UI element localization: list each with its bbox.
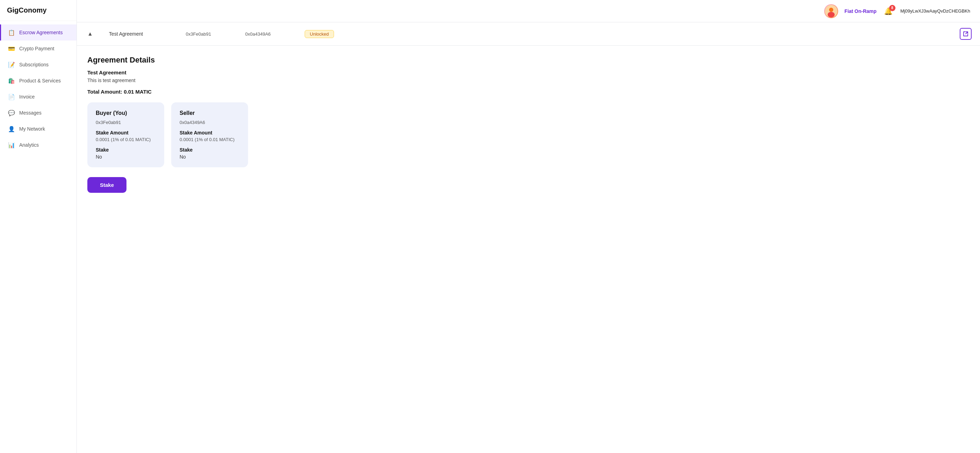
- main-area: Fiat On-Ramp 🔔 8 Mj09yLwXJ3wAayQvDzCHEGB…: [77, 0, 980, 453]
- sidebar-label-escrow: Escrow Agreements: [19, 30, 63, 35]
- sidebar-item-invoice[interactable]: 📄 Invoice: [0, 89, 76, 105]
- sidebar-item-messages[interactable]: 💬 Messages: [0, 105, 76, 121]
- agreement-row-addr2: 0x0a4349A6: [245, 32, 291, 37]
- seller-stake-label: Stake: [180, 147, 240, 153]
- stake-button[interactable]: Stake: [88, 177, 126, 193]
- app-logo: GigConomy: [0, 0, 76, 21]
- sidebar-item-escrow[interactable]: 📋 Escrow Agreements: [0, 24, 76, 41]
- total-amount: Total Amount: 0.01 MATIC: [88, 89, 969, 95]
- sidebar-item-analytics[interactable]: 📊 Analytics: [0, 137, 76, 153]
- party-cards: Buyer (You) 0x3Fe0ab91 Stake Amount 0.00…: [88, 102, 969, 167]
- sidebar-item-network[interactable]: 👤 My Network: [0, 121, 76, 137]
- sidebar-label-network: My Network: [19, 126, 45, 132]
- agreement-details: Agreement Details Test Agreement This is…: [77, 46, 980, 203]
- agreement-row-name: Test Agreement: [109, 31, 172, 37]
- buyer-stake-value: No: [96, 154, 156, 160]
- svg-point-1: [829, 8, 833, 12]
- sidebar-item-subscriptions[interactable]: 📝 Subscriptions: [0, 57, 76, 73]
- escrow-icon: 📋: [8, 29, 15, 36]
- header: Fiat On-Ramp 🔔 8 Mj09yLwXJ3wAayQvDzCHEGB…: [77, 0, 980, 22]
- buyer-stake-amount-value: 0.0001 (1% of 0.01 MATIC): [96, 137, 156, 142]
- buyer-stake-amount-label: Stake Amount: [96, 130, 156, 135]
- sidebar-item-crypto[interactable]: 💳 Crypto Payment: [0, 41, 76, 57]
- agreement-description: This is test agreement: [88, 78, 969, 83]
- seller-stake-value: No: [180, 154, 240, 160]
- svg-point-2: [828, 12, 835, 17]
- sidebar: GigConomy 📋 Escrow Agreements 💳 Crypto P…: [0, 0, 77, 453]
- invoice-icon: 📄: [8, 93, 15, 100]
- agreement-name-label: Test Agreement: [88, 70, 969, 75]
- avatar: [824, 4, 838, 18]
- messages-icon: 💬: [8, 109, 15, 116]
- network-icon: 👤: [8, 126, 15, 132]
- agreement-row: ▲ Test Agreement 0x3Fe0ab91 0x0a4349A6 U…: [77, 22, 980, 46]
- seller-role-label: Seller: [180, 110, 240, 116]
- buyer-stake-label: Stake: [96, 147, 156, 153]
- buyer-role-label: Buyer (You): [96, 110, 156, 116]
- sidebar-label-crypto: Crypto Payment: [19, 46, 54, 51]
- seller-stake-amount-value: 0.0001 (1% of 0.01 MATIC): [180, 137, 240, 142]
- subscriptions-icon: 📝: [8, 61, 15, 68]
- fiat-on-ramp-button[interactable]: Fiat On-Ramp: [845, 8, 877, 14]
- notification-count-badge: 8: [889, 5, 896, 11]
- details-heading: Agreement Details: [88, 56, 969, 65]
- buyer-address: 0x3Fe0ab91: [96, 120, 156, 125]
- sidebar-label-messages: Messages: [19, 110, 41, 116]
- external-link-button[interactable]: [960, 28, 972, 40]
- buyer-card: Buyer (You) 0x3Fe0ab91 Stake Amount 0.00…: [88, 102, 164, 167]
- sidebar-item-product[interactable]: 🛍️ Product & Services: [0, 73, 76, 89]
- crypto-icon: 💳: [8, 45, 15, 52]
- collapse-button[interactable]: ▲: [85, 30, 95, 38]
- product-icon: 🛍️: [8, 77, 15, 84]
- seller-address: 0x0a4349A6: [180, 120, 240, 125]
- analytics-icon: 📊: [8, 141, 15, 148]
- seller-card: Seller 0x0a4349A6 Stake Amount 0.0001 (1…: [171, 102, 248, 167]
- sidebar-label-subscriptions: Subscriptions: [19, 62, 49, 67]
- status-badge: Unlocked: [305, 30, 334, 38]
- content-area: ▲ Test Agreement 0x3Fe0ab91 0x0a4349A6 U…: [77, 22, 980, 453]
- notification-bell-button[interactable]: 🔔 8: [883, 6, 894, 17]
- sidebar-nav: 📋 Escrow Agreements 💳 Crypto Payment 📝 S…: [0, 21, 76, 156]
- sidebar-label-invoice: Invoice: [19, 94, 35, 100]
- sidebar-label-product: Product & Services: [19, 78, 61, 83]
- sidebar-label-analytics: Analytics: [19, 142, 39, 148]
- wallet-address: Mj09yLwXJ3wAayQvDzCHEGBKh: [900, 8, 970, 14]
- agreement-row-addr1: 0x3Fe0ab91: [186, 32, 231, 37]
- seller-stake-amount-label: Stake Amount: [180, 130, 240, 135]
